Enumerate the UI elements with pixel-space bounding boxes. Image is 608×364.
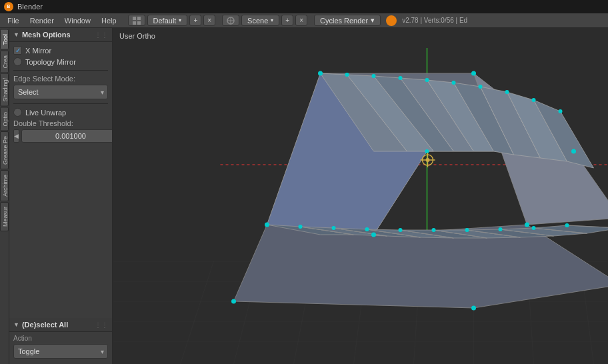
svg-rect-4 [133,21,136,25]
svg-point-83 [499,227,503,231]
panel-spacer [9,149,112,318]
remove-layout-btn[interactable]: × [203,15,215,26]
svg-point-80 [399,228,403,232]
svg-point-72 [452,81,456,85]
menu-window[interactable]: Window [60,15,95,26]
side-tab-create[interactable]: Crea [0,51,9,73]
svg-point-68 [345,73,349,77]
blender-logo-icon: B [4,2,13,11]
app-title: Blender [17,3,43,11]
scene-dropdown[interactable]: Scene ▾ [241,15,279,26]
side-tab-archive[interactable]: Archime [0,170,9,201]
double-threshold-label: Double Threshold: [13,119,108,127]
deselect-body: Action Toggle Select Deselect [9,332,112,364]
svg-rect-5 [137,21,141,25]
add-scene-btn[interactable]: + [281,15,293,26]
svg-point-82 [465,228,469,232]
main-area: Tool Crea Shading/ Optio Grease Pe Archi… [0,28,608,364]
svg-point-63 [371,233,376,237]
viewport-canvas [113,28,608,364]
double-threshold-input[interactable] [21,129,113,143]
scene-controls: Scene ▾ + × [222,15,307,26]
svg-point-66 [471,306,476,311]
mesh-options-body: ✓ X Mirror Topology Mirror Edge Select M… [9,42,112,149]
x-mirror-checkbox[interactable]: ✓ [13,46,22,55]
svg-point-59 [318,71,323,76]
svg-point-74 [505,90,509,94]
topology-mirror-label: Topology Mirror [25,58,76,66]
deselect-title: (De)select All [22,321,68,329]
svg-point-85 [565,223,569,227]
svg-point-78 [332,226,336,230]
edge-select-wrapper: Select Vertex Edge Face [13,85,108,99]
svg-point-9 [388,17,395,24]
topology-mirror-row: Topology Mirror [13,57,108,66]
viewport-label: User Ortho [119,32,155,40]
side-tab-tool[interactable]: Tool [0,29,9,50]
live-unwrap-checkbox[interactable] [13,108,22,117]
svg-point-77 [299,225,303,229]
double-threshold-row: ◀ ▶ [13,129,108,143]
layout-dropdown[interactable]: Default ▾ [147,15,188,26]
menu-file[interactable]: File [3,15,24,26]
svg-point-60 [471,71,476,76]
divider1 [13,70,108,71]
menubar: File Render Window Help Default ▾ + × Sc… [0,13,608,28]
version-info: v2.78 | Verts:0/56 | Ed [402,17,467,24]
mesh-options-title: Mesh Options [22,31,71,39]
titlebar: B Blender [0,0,608,13]
deselect-drag-handle: ⋮⋮ [95,321,108,329]
edge-select-dropdown[interactable]: Select Vertex Edge Face [13,85,108,99]
svg-point-61 [265,223,269,227]
svg-point-81 [432,228,436,232]
render-engine-group: Cycles Render ▾ [314,15,381,26]
add-layout-btn[interactable]: + [189,15,201,26]
action-dropdown[interactable]: Toggle Select Deselect [13,344,108,359]
live-unwrap-label: Live Unwrap [25,109,66,117]
side-tab-measure[interactable]: Measur [0,202,9,231]
svg-point-65 [231,299,236,304]
svg-point-76 [559,109,563,113]
svg-rect-3 [137,17,141,20]
side-tab-shading[interactable]: Shading/ [0,73,9,107]
x-mirror-row: ✓ X Mirror [13,46,108,55]
divider2 [13,103,108,104]
render-engine-dropdown[interactable]: Cycles Render ▾ [314,15,381,26]
edge-select-label: Edge Select Mode: [13,75,108,83]
svg-point-79 [365,227,369,231]
menu-help[interactable]: Help [97,15,121,26]
mesh-options-arrow: ▼ [13,31,19,38]
svg-rect-2 [133,17,136,20]
side-tab-options[interactable]: Optio [0,107,9,131]
action-label: Action [13,335,108,342]
deselect-header[interactable]: ▼ (De)select All ⋮⋮ [9,318,112,332]
viewport[interactable]: User Ortho [113,28,608,364]
svg-point-64 [525,223,529,227]
side-tab-grease[interactable]: Grease Pe [0,131,9,169]
svg-point-84 [532,226,536,230]
double-threshold-decrement[interactable]: ◀ [13,129,19,143]
svg-point-86 [425,149,429,153]
panel-drag-handle: ⋮⋮ [95,31,108,39]
svg-point-70 [399,76,403,80]
remove-scene-btn[interactable]: × [295,15,307,26]
deselect-arrow: ▼ [13,321,19,328]
svg-point-87 [571,149,576,154]
left-panel: ▼ Mesh Options ⋮⋮ ✓ X Mirror Topology Mi… [9,28,113,364]
topology-mirror-checkbox[interactable] [13,57,22,66]
mesh-options-header[interactable]: ▼ Mesh Options ⋮⋮ [9,28,112,42]
x-mirror-label: X Mirror [25,47,51,55]
svg-text:B: B [7,4,11,9]
viewport-mode-btn[interactable] [128,15,145,26]
svg-point-69 [372,74,376,78]
svg-point-71 [425,78,429,82]
blender-icon [386,15,397,26]
svg-point-73 [479,85,483,89]
action-dropdown-wrapper: Toggle Select Deselect [13,344,108,359]
live-unwrap-row: Live Unwrap [13,108,108,117]
menu-render[interactable]: Render [25,15,59,26]
svg-point-75 [532,98,536,102]
side-tabs: Tool Crea Shading/ Optio Grease Pe Archi… [0,28,9,364]
scene-icon-btn[interactable] [222,15,239,26]
viewport-controls: Default ▾ + × [128,15,216,26]
